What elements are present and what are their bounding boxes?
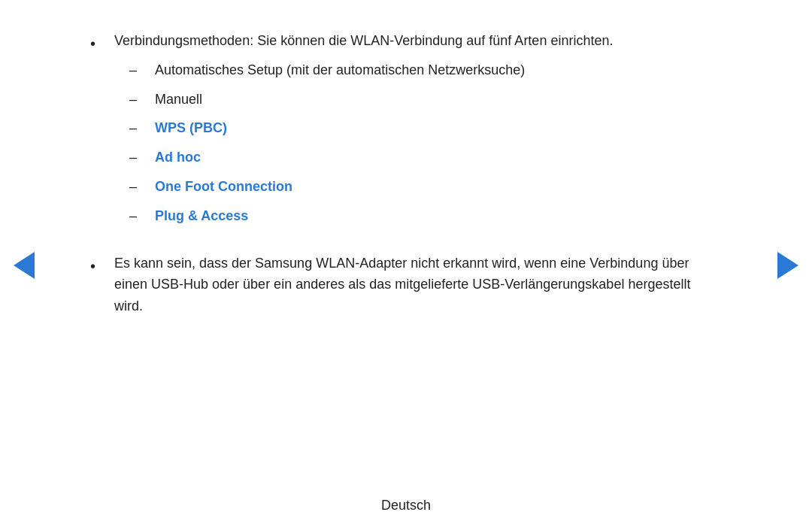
content-area: • Verbindungsmethoden: Sie können die WL… [0,0,812,484]
item-2-content: Es kann sein, dass der Samsung WLAN-Adap… [114,253,722,317]
sublist-item-6: – Plug & Access [129,205,722,227]
dash-6: – [129,205,150,227]
nav-left-button[interactable] [14,252,35,279]
dash-4: – [129,147,150,168]
list-item-2: • Es kann sein, dass der Samsung WLAN-Ad… [90,253,722,317]
nav-right-button[interactable] [777,252,798,279]
sublist-item-4: – Ad hoc [129,147,722,168]
wps-pbc-link[interactable]: WPS (PBC) [155,117,227,139]
left-arrow-icon [14,252,35,279]
dash-2: – [129,89,150,111]
item-2-text: Es kann sein, dass der Samsung WLAN-Adap… [114,256,690,314]
dash-3: – [129,117,150,139]
bullet-1: • [90,32,108,56]
main-list: • Verbindungsmethoden: Sie können die WL… [90,30,722,335]
sublist-item-1-text: Automatisches Setup (mit der automatisch… [155,59,525,81]
sublist-item-3: – WPS (PBC) [129,117,722,139]
sublist-item-5: – One Foot Connection [129,176,722,198]
sublist-item-1: – Automatisches Setup (mit der automatis… [129,59,722,81]
footer: Deutsch [0,484,812,530]
sublist-item-2-text: Manuell [155,89,202,111]
dash-5: – [129,176,150,198]
sublist-item-2: – Manuell [129,89,722,111]
bullet-2: • [90,254,108,278]
ad-hoc-link[interactable]: Ad hoc [155,147,201,168]
footer-language: Deutsch [381,498,431,513]
sub-list-1: – Automatisches Setup (mit der automatis… [129,59,722,227]
dash-1: – [129,59,150,81]
page-container: • Verbindungsmethoden: Sie können die WL… [0,0,812,530]
item-1-text: Verbindungsmethoden: Sie können die WLAN… [114,33,613,48]
plug-access-link[interactable]: Plug & Access [155,205,248,227]
list-item-1: • Verbindungsmethoden: Sie können die WL… [90,30,722,235]
item-1-content: Verbindungsmethoden: Sie können die WLAN… [114,30,722,235]
right-arrow-icon [777,252,798,279]
one-foot-connection-link[interactable]: One Foot Connection [155,176,292,198]
